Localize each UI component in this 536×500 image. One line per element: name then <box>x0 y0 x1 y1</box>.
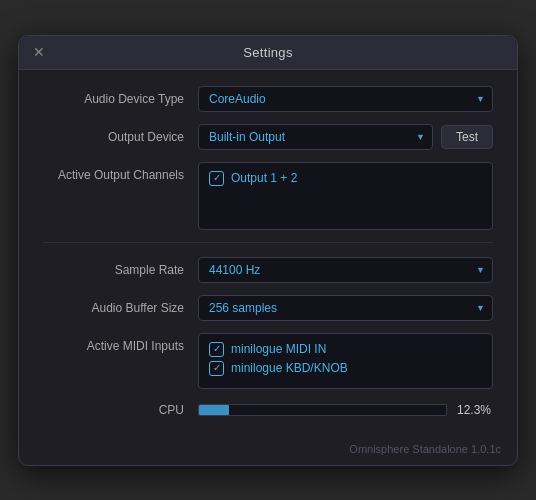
active-output-channels-field: Output 1 + 2 <box>198 162 493 230</box>
test-button[interactable]: Test <box>441 125 493 149</box>
audio-device-type-row: Audio Device Type CoreAudio ASIO <box>43 86 493 112</box>
cpu-bar-fill <box>199 405 229 415</box>
output-device-select[interactable]: Built-in Output <box>198 124 433 150</box>
settings-window: ✕ Settings Audio Device Type CoreAudio A… <box>18 35 518 466</box>
output-device-controls: Built-in Output Test <box>198 124 493 150</box>
sample-rate-field: 44100 Hz 48000 Hz 96000 Hz <box>198 257 493 283</box>
midi-input-1[interactable]: minilogue MIDI IN <box>209 342 482 357</box>
output-channel-1-label: Output 1 + 2 <box>231 171 297 185</box>
audio-buffer-size-field: 128 samples 256 samples 512 samples <box>198 295 493 321</box>
audio-buffer-size-label: Audio Buffer Size <box>43 295 198 317</box>
sample-rate-select[interactable]: 44100 Hz 48000 Hz 96000 Hz <box>198 257 493 283</box>
cpu-label: CPU <box>43 403 198 417</box>
audio-device-type-label: Audio Device Type <box>43 86 198 108</box>
close-button[interactable]: ✕ <box>33 45 45 59</box>
midi-input-2[interactable]: minilogue KBD/KNOB <box>209 361 482 376</box>
cpu-row: CPU 12.3% <box>43 403 493 417</box>
divider-1 <box>43 242 493 243</box>
output-device-row: Output Device Built-in Output Test <box>43 124 493 150</box>
output-channel-1[interactable]: Output 1 + 2 <box>209 171 482 186</box>
output-device-field: Built-in Output Test <box>198 124 493 150</box>
active-midi-inputs-label: Active MIDI Inputs <box>43 333 198 355</box>
settings-content: Audio Device Type CoreAudio ASIO Output … <box>19 70 517 437</box>
sample-rate-row: Sample Rate 44100 Hz 48000 Hz 96000 Hz <box>43 257 493 283</box>
cpu-value: 12.3% <box>457 403 493 417</box>
sample-rate-label: Sample Rate <box>43 257 198 279</box>
output-channel-1-checkbox[interactable] <box>209 171 224 186</box>
midi-input-1-label: minilogue MIDI IN <box>231 342 326 356</box>
version-label: Omnisphere Standalone 1.0.1c <box>349 443 501 455</box>
sample-rate-select-wrapper: 44100 Hz 48000 Hz 96000 Hz <box>198 257 493 283</box>
active-midi-inputs-row: Active MIDI Inputs minilogue MIDI IN min… <box>43 333 493 389</box>
active-output-channels-label: Active Output Channels <box>43 162 198 184</box>
audio-device-type-field: CoreAudio ASIO <box>198 86 493 112</box>
audio-device-type-select-wrapper: CoreAudio ASIO <box>198 86 493 112</box>
active-output-channels-row: Active Output Channels Output 1 + 2 <box>43 162 493 230</box>
midi-input-2-checkbox[interactable] <box>209 361 224 376</box>
audio-buffer-size-row: Audio Buffer Size 128 samples 256 sample… <box>43 295 493 321</box>
window-title: Settings <box>243 45 292 60</box>
cpu-bar-area: 12.3% <box>198 403 493 417</box>
audio-device-type-select[interactable]: CoreAudio ASIO <box>198 86 493 112</box>
midi-input-2-label: minilogue KBD/KNOB <box>231 361 348 375</box>
channels-box: Output 1 + 2 <box>198 162 493 230</box>
active-midi-inputs-field: minilogue MIDI IN minilogue KBD/KNOB <box>198 333 493 389</box>
output-device-select-wrapper: Built-in Output <box>198 124 433 150</box>
midi-box: minilogue MIDI IN minilogue KBD/KNOB <box>198 333 493 389</box>
audio-buffer-size-select[interactable]: 128 samples 256 samples 512 samples <box>198 295 493 321</box>
output-device-label: Output Device <box>43 124 198 146</box>
midi-input-1-checkbox[interactable] <box>209 342 224 357</box>
audio-buffer-size-select-wrapper: 128 samples 256 samples 512 samples <box>198 295 493 321</box>
titlebar: ✕ Settings <box>19 36 517 70</box>
footer: Omnisphere Standalone 1.0.1c <box>19 437 517 465</box>
cpu-bar-background <box>198 404 447 416</box>
